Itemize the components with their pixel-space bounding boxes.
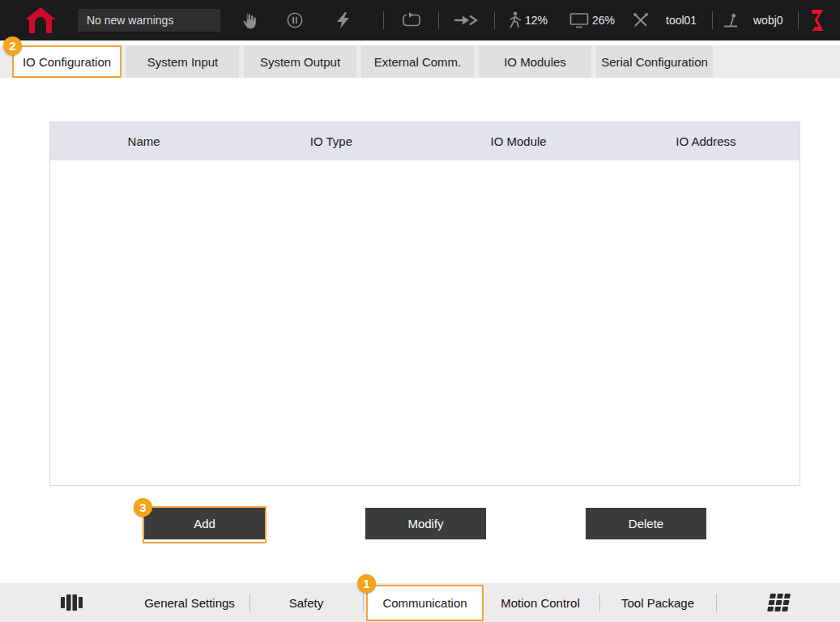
- monitor-icon: [569, 12, 589, 29]
- add-button-highlight: Add: [143, 506, 266, 543]
- bottom-bar: General Settings Safety Communication Mo…: [0, 583, 840, 622]
- run-mode-button[interactable]: [454, 0, 478, 40]
- tab-system-input[interactable]: System Input: [126, 45, 239, 78]
- loop-icon: [401, 12, 422, 28]
- keypad-grid-icon: [765, 592, 793, 613]
- warning-status[interactable]: No new warnings: [78, 9, 220, 32]
- hand-icon: [240, 11, 256, 29]
- columns-icon: [58, 593, 84, 612]
- bottombar-separator: [716, 594, 717, 611]
- nav-label: Safety: [289, 596, 324, 610]
- tool-value: tool01: [666, 0, 697, 40]
- nav-label: Communication: [382, 596, 467, 610]
- tab-label: Serial Configuration: [601, 55, 708, 69]
- column-header-io-address: IO Address: [612, 122, 799, 160]
- fast-forward-icon: [454, 13, 478, 28]
- level-icon: [723, 12, 739, 28]
- column-header-name: Name: [50, 122, 237, 160]
- bottombar-separator: [599, 594, 600, 611]
- pause-button[interactable]: [286, 0, 304, 40]
- nav-tool-package[interactable]: Tool Package: [613, 583, 702, 622]
- warning-text: No new warnings: [87, 14, 173, 27]
- tab-label: System Output: [260, 55, 340, 69]
- bottombar-separator: [363, 594, 364, 611]
- bottombar-separator: [249, 594, 250, 611]
- tab-label: System Input: [147, 55, 219, 69]
- monitor-value: 26%: [592, 0, 615, 40]
- tab-system-output[interactable]: System Output: [244, 45, 356, 78]
- table-body[interactable]: [50, 160, 799, 485]
- nav-motion-control[interactable]: Motion Control: [488, 583, 592, 622]
- column-header-io-module: IO Module: [425, 122, 612, 160]
- nav-label: General Settings: [144, 596, 235, 610]
- home-icon: [23, 6, 58, 35]
- tab-external-comm[interactable]: External Comm.: [361, 45, 474, 78]
- wobj-value: wobj0: [753, 0, 783, 40]
- home-button[interactable]: [19, 5, 62, 36]
- tab-label: IO Modules: [504, 55, 566, 69]
- delete-button[interactable]: Delete: [586, 508, 706, 539]
- callout-step-2: 2: [3, 36, 22, 55]
- panel-view-button[interactable]: [58, 583, 84, 622]
- add-button[interactable]: Add: [144, 508, 265, 539]
- monitor-status[interactable]: [569, 0, 589, 40]
- speed-status[interactable]: [508, 0, 521, 40]
- callout-step-1: 1: [357, 574, 376, 593]
- tab-label: External Comm.: [374, 55, 462, 69]
- nav-safety[interactable]: Safety: [275, 583, 337, 622]
- topbar-separator: [798, 11, 799, 29]
- power-button[interactable]: [337, 0, 350, 40]
- tab-serial-configuration[interactable]: Serial Configuration: [596, 45, 713, 78]
- top-bar: No new warnings: [0, 0, 840, 40]
- wobj-status[interactable]: [723, 0, 739, 40]
- tab-label: IO Configuration: [23, 55, 111, 69]
- column-header-io-type: IO Type: [237, 122, 424, 160]
- nav-label: Motion Control: [501, 596, 580, 610]
- topbar-separator: [438, 11, 439, 29]
- tool-status[interactable]: [633, 0, 649, 40]
- io-table: Name IO Type IO Module IO Address: [49, 121, 800, 486]
- topbar-separator: [712, 11, 713, 29]
- speed-value: 12%: [525, 0, 548, 40]
- tab-io-modules[interactable]: IO Modules: [479, 45, 591, 78]
- brand-area: [811, 0, 825, 40]
- callout-step-3: 3: [134, 498, 152, 517]
- pause-icon: [286, 11, 304, 29]
- table-header: Name IO Type IO Module IO Address: [50, 122, 799, 160]
- manual-mode-button[interactable]: [240, 0, 256, 40]
- brand-logo: [811, 9, 825, 32]
- cycle-mode-button[interactable]: [401, 0, 422, 40]
- topbar-separator: [494, 11, 495, 29]
- nav-general-settings[interactable]: General Settings: [136, 583, 243, 622]
- tab-io-configuration[interactable]: IO Configuration: [12, 45, 122, 78]
- lightning-icon: [337, 12, 350, 28]
- nav-label: Tool Package: [621, 596, 694, 610]
- keypad-button[interactable]: [765, 583, 793, 622]
- nav-communication[interactable]: Communication: [366, 585, 484, 621]
- tab-bar: IO Configuration System Input System Out…: [0, 45, 840, 78]
- modify-button[interactable]: Modify: [365, 508, 486, 539]
- topbar-separator: [383, 11, 384, 29]
- walking-person-icon: [508, 11, 521, 29]
- tools-icon: [633, 12, 649, 28]
